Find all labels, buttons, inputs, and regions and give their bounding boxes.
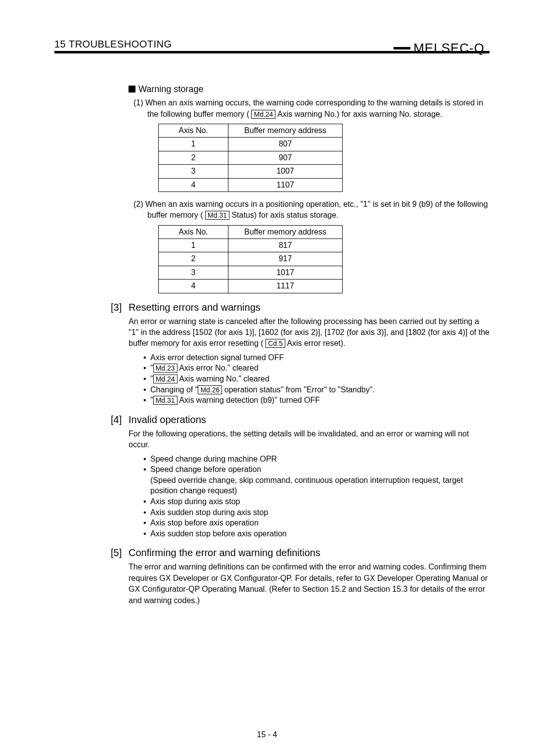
item2-post: Status) for axis status storage.	[229, 211, 339, 219]
section-5-heading: [5] Confirming the error and warning def…	[129, 546, 490, 560]
sec3-post: Axis error reset).	[285, 339, 346, 347]
cell: 2	[159, 151, 228, 164]
bullet-dot-icon: •	[143, 454, 150, 465]
bullet-dot-icon: •	[143, 464, 150, 475]
brand-name: MELSEC-Q	[394, 41, 490, 56]
warning-item-2: (2) When an axis warning occurs in a pos…	[134, 199, 490, 293]
warning-storage-title: Warning storage	[138, 84, 203, 94]
list-text: Axis error detection signal turned OFF	[150, 352, 490, 363]
list-item: (Speed override change, skip command, co…	[143, 475, 490, 496]
item2-code: Md.31	[205, 211, 229, 220]
bullet-dot-icon: •	[143, 352, 150, 363]
page: 15 TROUBLESHOOTING MELSEC-Q Warning stor…	[0, 0, 534, 756]
table-row: 1807	[159, 138, 343, 151]
cell: 1117	[228, 280, 343, 293]
bullet-dot-icon: •	[143, 518, 150, 528]
cell: 1007	[228, 165, 343, 178]
list-text: Changing of "Md.26 operation status" fro…	[150, 384, 490, 395]
list-item: •"Md.31 Axis warning detection (b9)" tur…	[143, 395, 490, 406]
table-row: 31007	[159, 165, 343, 178]
list-text: (Speed override change, skip command, co…	[150, 475, 490, 496]
bullet-dot-icon: •	[143, 528, 150, 539]
cell: 1107	[228, 178, 343, 191]
list-item: •Axis stop before axis operation	[143, 518, 490, 528]
item2-num: (2)	[134, 200, 143, 208]
th-axis: Axis No.	[159, 225, 228, 238]
section-4-heading: [4] Invalid operations	[129, 413, 490, 426]
section-3-heading: [3] Resetting errors and warnings	[129, 300, 490, 314]
cell: 817	[228, 239, 343, 252]
table-row: 2917	[159, 252, 343, 266]
cell: 1	[159, 138, 228, 151]
table-row: 41107	[159, 178, 343, 191]
cell: 4	[159, 178, 228, 191]
md23-code: Md.23	[153, 364, 178, 373]
list-text: Axis sudden stop during axis stop	[150, 507, 490, 518]
b3-post: Axis warning No." cleared	[178, 375, 269, 383]
square-bullet-icon	[129, 86, 135, 93]
cell: 807	[228, 138, 343, 151]
list-text: Axis sudden stop before axis operation	[150, 528, 490, 539]
content: Warning storage (1) When an axis warning…	[129, 83, 490, 606]
chapter-title: 15 TROUBLESHOOTING	[54, 39, 172, 50]
section-3-title: Resetting errors and warnings	[129, 300, 261, 314]
table-header-row: Axis No. Buffer memory address	[159, 225, 343, 238]
cell: 1	[159, 239, 228, 252]
list-item: •Axis sudden stop before axis operation	[143, 528, 490, 539]
list-item: •Axis stop during axis stop	[143, 496, 490, 507]
list-item: •Speed change during machine OPR	[143, 454, 490, 465]
section-3-num: [3]	[111, 300, 129, 314]
cell: 1017	[228, 266, 343, 279]
cell: 3	[159, 266, 228, 279]
cell: 4	[159, 280, 228, 293]
warning-storage-heading: Warning storage	[129, 83, 490, 95]
page-number: 15 - 4	[0, 730, 534, 739]
bullet-dot-icon: •	[143, 507, 150, 518]
b5-post: Axis warning detection (b9)" turned OFF	[178, 396, 320, 404]
sec3-code: Cd.5	[266, 339, 285, 348]
list-item: •"Md.23 Axis error No." cleared	[143, 363, 490, 374]
list-text: Axis stop before axis operation	[150, 518, 490, 528]
b2-post: Axis error No." cleared	[178, 364, 259, 372]
list-item: •"Md.24 Axis warning No." cleared	[143, 374, 490, 384]
list-text: Speed change before operation	[150, 464, 490, 475]
warning-item-1: (1) When an axis warning occurs, the war…	[134, 97, 490, 192]
page-header: 15 TROUBLESHOOTING MELSEC-Q	[54, 35, 490, 53]
cell: 2	[159, 252, 228, 266]
list-text: "Md.24 Axis warning No." cleared	[150, 374, 490, 384]
table-header-row: Axis No. Buffer memory address	[159, 124, 343, 137]
list-item: •Speed change before operation	[143, 464, 490, 475]
table-row: 2907	[159, 151, 343, 164]
table-1: Axis No. Buffer memory address 1807 2907…	[158, 124, 343, 192]
bullet-dot-icon: •	[143, 496, 150, 507]
md31-code: Md.31	[153, 396, 178, 405]
bullet-dot-icon: •	[143, 363, 150, 374]
b4-post: operation status" from "Error" to "Stand…	[222, 385, 375, 394]
md24-code: Md.24	[153, 375, 178, 383]
section-3-body: An error or warning state is canceled af…	[129, 316, 490, 349]
section-5-title: Confirming the error and warning definit…	[129, 546, 320, 560]
section-5-body: The error and warning definitions can be…	[129, 562, 490, 606]
item1-post: Axis warning No.) for axis warning No. s…	[275, 110, 442, 118]
table-2: Axis No. Buffer memory address 1817 2917…	[158, 225, 343, 293]
list-item: •Axis error detection signal turned OFF	[143, 352, 490, 363]
section-5-num: [5]	[111, 546, 129, 560]
section-4-list: •Speed change during machine OPR •Speed …	[143, 454, 490, 539]
table-row: 41117	[159, 280, 343, 293]
bullet-dot-icon: •	[143, 384, 150, 395]
list-text: "Md.23 Axis error No." cleared	[150, 363, 490, 374]
th-addr: Buffer memory address	[228, 225, 343, 238]
cell: 3	[159, 165, 228, 178]
bullet-dot-icon: •	[143, 395, 150, 406]
section-3-list: •Axis error detection signal turned OFF …	[143, 352, 490, 406]
md26-code: Md.26	[198, 385, 222, 394]
section-4-title: Invalid operations	[129, 413, 206, 426]
bullet-dot-icon: •	[143, 374, 150, 384]
table-row: 1817	[159, 239, 343, 252]
list-text: "Md.31 Axis warning detection (b9)" turn…	[150, 395, 490, 406]
section-4-body: For the following operations, the settin…	[129, 428, 490, 451]
cell: 907	[228, 151, 343, 164]
list-text: Speed change during machine OPR	[150, 454, 490, 465]
list-item: •Changing of "Md.26 operation status" fr…	[143, 384, 490, 395]
th-axis: Axis No.	[159, 124, 228, 137]
